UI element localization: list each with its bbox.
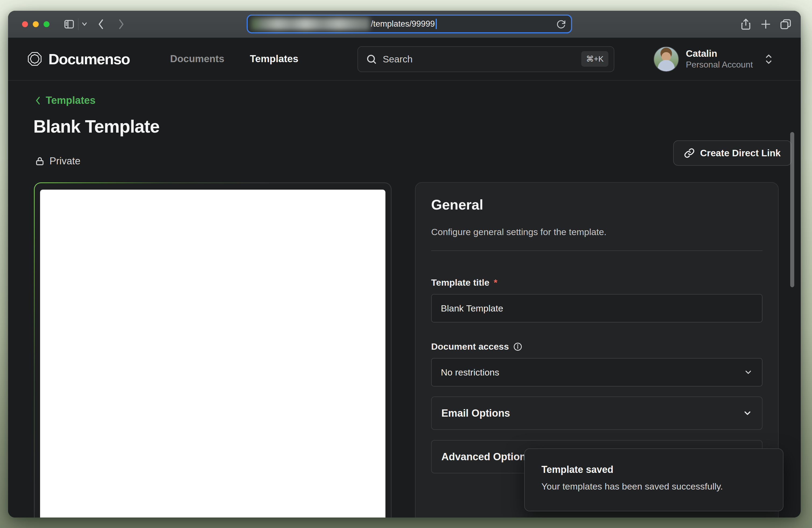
close-button[interactable] bbox=[22, 21, 28, 27]
account-name: Catalin bbox=[686, 48, 753, 59]
search-input[interactable]: Search ⌘+K bbox=[358, 46, 614, 72]
url-domain-redacted bbox=[251, 18, 370, 30]
document-access-value: No restrictions bbox=[441, 367, 499, 378]
nav-documents[interactable]: Documents bbox=[170, 53, 224, 64]
minimize-button[interactable] bbox=[33, 21, 39, 27]
lock-icon bbox=[35, 156, 45, 166]
advanced-options-label: Advanced Options bbox=[441, 451, 532, 463]
brand-name: Documenso bbox=[48, 50, 130, 68]
required-asterisk: * bbox=[494, 277, 497, 288]
visibility-badge: Private bbox=[35, 156, 81, 167]
breadcrumb-label: Templates bbox=[46, 95, 96, 106]
document-access-select[interactable]: No restrictions bbox=[431, 358, 763, 386]
info-icon[interactable] bbox=[513, 342, 522, 351]
panel-title: General bbox=[431, 196, 483, 213]
document-preview-panel bbox=[34, 182, 392, 517]
chevron-down-icon bbox=[744, 368, 753, 377]
search-shortcut-badge: ⌘+K bbox=[581, 51, 608, 67]
email-options-section[interactable]: Email Options bbox=[431, 396, 763, 430]
toast-notification[interactable]: Template saved Your templates has been s… bbox=[524, 449, 783, 511]
forward-button[interactable] bbox=[117, 18, 125, 30]
chevron-left-icon bbox=[34, 95, 42, 106]
chevrons-up-down-icon bbox=[764, 53, 773, 65]
toolbar-divider bbox=[78, 18, 78, 30]
zoom-button[interactable] bbox=[44, 21, 49, 27]
text-caret bbox=[436, 19, 437, 29]
documenso-logo-icon bbox=[27, 51, 43, 67]
share-icon[interactable] bbox=[740, 18, 752, 30]
document-access-label: Document access bbox=[431, 341, 522, 352]
template-title-input[interactable] bbox=[431, 294, 763, 323]
visibility-label: Private bbox=[49, 156, 81, 167]
reload-button[interactable] bbox=[556, 19, 566, 30]
template-title-label: Template title * bbox=[431, 277, 497, 288]
toast-title: Template saved bbox=[541, 464, 613, 475]
new-tab-icon[interactable] bbox=[760, 18, 772, 30]
account-type: Personal Account bbox=[686, 59, 753, 71]
sidebar-toggle-icon[interactable] bbox=[63, 18, 75, 30]
scrollbar[interactable] bbox=[790, 132, 794, 287]
url-bar[interactable]: /templates/99999 bbox=[247, 15, 572, 33]
account-menu[interactable]: Catalin Personal Account bbox=[654, 38, 773, 81]
chevron-down-icon bbox=[743, 408, 752, 418]
browser-toolbar: /templates/99999 bbox=[8, 11, 801, 38]
search-placeholder: Search bbox=[383, 54, 412, 64]
create-direct-link-button[interactable]: Create Direct Link bbox=[673, 141, 792, 166]
document-page[interactable] bbox=[40, 190, 386, 517]
brand[interactable]: Documenso bbox=[27, 50, 130, 68]
main-nav: Documents Templates bbox=[170, 53, 299, 64]
avatar bbox=[654, 46, 679, 72]
link-icon bbox=[684, 148, 695, 158]
page-title: Blank Template bbox=[33, 116, 159, 137]
url-path-text: /templates/99999 bbox=[371, 19, 435, 29]
sidebar-chevron-down-icon[interactable] bbox=[81, 22, 88, 27]
create-direct-link-label: Create Direct Link bbox=[700, 148, 781, 158]
back-button[interactable] bbox=[97, 18, 105, 30]
document-preview-frame bbox=[35, 183, 391, 517]
app-header: Documenso Documents Templates Search ⌘+K bbox=[8, 38, 801, 81]
browser-window: /templates/99999 bbox=[8, 11, 801, 517]
desktop: /templates/99999 bbox=[0, 0, 812, 528]
email-options-label: Email Options bbox=[441, 408, 510, 419]
documenso-app: Documenso Documents Templates Search ⌘+K bbox=[8, 38, 801, 517]
search-icon bbox=[366, 54, 377, 64]
nav-templates[interactable]: Templates bbox=[250, 53, 298, 64]
tab-overview-icon[interactable] bbox=[780, 18, 792, 30]
panel-divider bbox=[431, 250, 763, 251]
toast-message: Your templates has been saved successful… bbox=[541, 481, 723, 492]
breadcrumb[interactable]: Templates bbox=[34, 95, 96, 106]
panel-description: Configure general settings for the templ… bbox=[431, 227, 607, 237]
